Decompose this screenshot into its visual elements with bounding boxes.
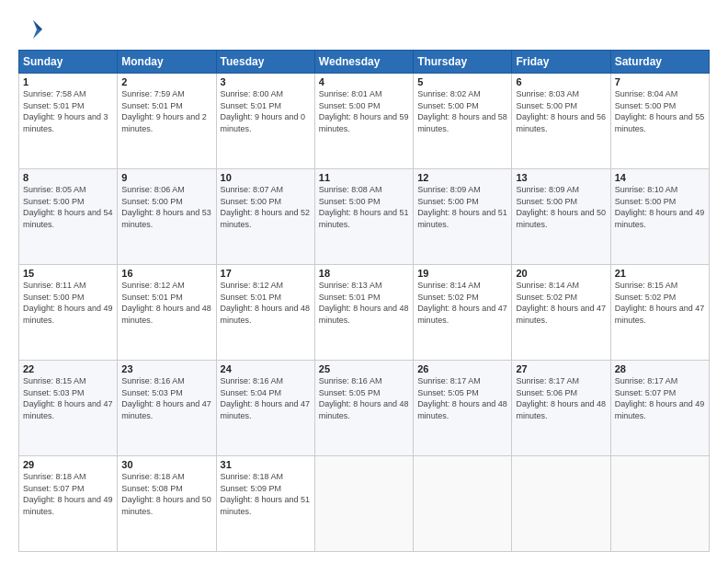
day-number: 29 xyxy=(23,459,113,470)
calendar-cell: 26 Sunrise: 8:17 AM Sunset: 5:05 PM Dayl… xyxy=(414,361,512,456)
day-info: Sunrise: 8:10 AM Sunset: 5:00 PM Dayligh… xyxy=(615,184,705,230)
day-info: Sunrise: 8:15 AM Sunset: 5:03 PM Dayligh… xyxy=(23,375,113,421)
day-info: Sunrise: 8:18 AM Sunset: 5:07 PM Dayligh… xyxy=(23,471,113,517)
day-info: Sunrise: 8:09 AM Sunset: 5:00 PM Dayligh… xyxy=(417,184,507,230)
calendar-cell: 29 Sunrise: 8:18 AM Sunset: 5:07 PM Dayl… xyxy=(19,456,118,552)
calendar-header-thursday: Thursday xyxy=(414,51,512,74)
calendar-cell: 12 Sunrise: 8:09 AM Sunset: 5:00 PM Dayl… xyxy=(414,169,512,265)
calendar-cell: 28 Sunrise: 8:17 AM Sunset: 5:07 PM Dayl… xyxy=(610,361,709,456)
calendar-cell: 17 Sunrise: 8:12 AM Sunset: 5:01 PM Dayl… xyxy=(216,265,314,361)
day-number: 1 xyxy=(23,76,113,87)
calendar-cell: 30 Sunrise: 8:18 AM Sunset: 5:08 PM Dayl… xyxy=(118,456,216,552)
calendar-cell: 2 Sunrise: 7:59 AM Sunset: 5:01 PM Dayli… xyxy=(118,74,216,169)
day-number: 7 xyxy=(615,76,705,87)
calendar-cell: 31 Sunrise: 8:18 AM Sunset: 5:09 PM Dayl… xyxy=(216,456,314,552)
day-number: 26 xyxy=(417,363,507,374)
day-number: 5 xyxy=(417,76,507,87)
day-number: 16 xyxy=(121,268,211,279)
day-info: Sunrise: 8:14 AM Sunset: 5:02 PM Dayligh… xyxy=(417,280,507,326)
day-info: Sunrise: 8:15 AM Sunset: 5:02 PM Dayligh… xyxy=(615,280,705,326)
header xyxy=(18,17,710,42)
calendar-cell: 22 Sunrise: 8:15 AM Sunset: 5:03 PM Dayl… xyxy=(19,361,118,456)
day-number: 28 xyxy=(615,363,705,374)
calendar-cell: 20 Sunrise: 8:14 AM Sunset: 5:02 PM Dayl… xyxy=(512,265,610,361)
calendar-header-sunday: Sunday xyxy=(19,51,118,74)
calendar-week-5: 29 Sunrise: 8:18 AM Sunset: 5:07 PM Dayl… xyxy=(19,456,710,552)
day-number: 15 xyxy=(23,268,113,279)
day-number: 19 xyxy=(417,268,507,279)
calendar-cell: 1 Sunrise: 7:58 AM Sunset: 5:01 PM Dayli… xyxy=(19,74,118,169)
day-info: Sunrise: 8:12 AM Sunset: 5:01 PM Dayligh… xyxy=(221,280,311,326)
day-number: 13 xyxy=(516,172,606,183)
calendar-header-wednesday: Wednesday xyxy=(314,51,413,74)
day-info: Sunrise: 8:18 AM Sunset: 5:08 PM Dayligh… xyxy=(121,471,211,517)
day-number: 2 xyxy=(121,76,211,87)
calendar-cell: 15 Sunrise: 8:11 AM Sunset: 5:00 PM Dayl… xyxy=(19,265,118,361)
day-info: Sunrise: 8:06 AM Sunset: 5:00 PM Dayligh… xyxy=(121,184,211,230)
day-info: Sunrise: 8:04 AM Sunset: 5:00 PM Dayligh… xyxy=(615,88,705,134)
day-number: 18 xyxy=(319,268,409,279)
calendar-cell: 21 Sunrise: 8:15 AM Sunset: 5:02 PM Dayl… xyxy=(610,265,709,361)
day-info: Sunrise: 8:13 AM Sunset: 5:01 PM Dayligh… xyxy=(319,280,409,326)
calendar-cell: 8 Sunrise: 8:05 AM Sunset: 5:00 PM Dayli… xyxy=(19,169,118,265)
calendar-header-friday: Friday xyxy=(512,51,610,74)
calendar-cell xyxy=(610,456,709,552)
day-number: 31 xyxy=(221,459,311,470)
logo-icon xyxy=(18,17,44,42)
calendar-cell: 23 Sunrise: 8:16 AM Sunset: 5:03 PM Dayl… xyxy=(118,361,216,456)
day-info: Sunrise: 8:07 AM Sunset: 5:00 PM Dayligh… xyxy=(221,184,311,230)
day-info: Sunrise: 8:02 AM Sunset: 5:00 PM Dayligh… xyxy=(417,88,507,134)
day-number: 8 xyxy=(23,172,113,183)
calendar-cell: 25 Sunrise: 8:16 AM Sunset: 5:05 PM Dayl… xyxy=(314,361,413,456)
calendar-cell: 6 Sunrise: 8:03 AM Sunset: 5:00 PM Dayli… xyxy=(512,74,610,169)
day-info: Sunrise: 8:00 AM Sunset: 5:01 PM Dayligh… xyxy=(221,88,311,134)
day-info: Sunrise: 8:12 AM Sunset: 5:01 PM Dayligh… xyxy=(121,280,211,326)
day-info: Sunrise: 7:59 AM Sunset: 5:01 PM Dayligh… xyxy=(121,88,211,134)
calendar-cell: 4 Sunrise: 8:01 AM Sunset: 5:00 PM Dayli… xyxy=(314,74,413,169)
calendar-cell xyxy=(414,456,512,552)
calendar-cell: 24 Sunrise: 8:16 AM Sunset: 5:04 PM Dayl… xyxy=(216,361,314,456)
day-info: Sunrise: 8:11 AM Sunset: 5:00 PM Dayligh… xyxy=(23,280,113,326)
day-info: Sunrise: 8:14 AM Sunset: 5:02 PM Dayligh… xyxy=(516,280,606,326)
calendar-cell: 11 Sunrise: 8:08 AM Sunset: 5:00 PM Dayl… xyxy=(314,169,413,265)
day-number: 22 xyxy=(23,363,113,374)
day-number: 14 xyxy=(615,172,705,183)
day-number: 27 xyxy=(516,363,606,374)
calendar-cell: 5 Sunrise: 8:02 AM Sunset: 5:00 PM Dayli… xyxy=(414,74,512,169)
calendar-week-3: 15 Sunrise: 8:11 AM Sunset: 5:00 PM Dayl… xyxy=(19,265,710,361)
calendar-header-saturday: Saturday xyxy=(610,51,709,74)
day-info: Sunrise: 8:16 AM Sunset: 5:05 PM Dayligh… xyxy=(319,375,409,421)
day-info: Sunrise: 8:03 AM Sunset: 5:00 PM Dayligh… xyxy=(516,88,606,134)
day-info: Sunrise: 8:16 AM Sunset: 5:03 PM Dayligh… xyxy=(121,375,211,421)
calendar-week-4: 22 Sunrise: 8:15 AM Sunset: 5:03 PM Dayl… xyxy=(19,361,710,456)
day-number: 4 xyxy=(319,76,409,87)
calendar-week-1: 1 Sunrise: 7:58 AM Sunset: 5:01 PM Dayli… xyxy=(19,74,710,169)
day-number: 23 xyxy=(121,363,211,374)
day-number: 21 xyxy=(615,268,705,279)
day-number: 24 xyxy=(221,363,311,374)
day-number: 17 xyxy=(221,268,311,279)
day-info: Sunrise: 8:16 AM Sunset: 5:04 PM Dayligh… xyxy=(221,375,311,421)
calendar-cell: 18 Sunrise: 8:13 AM Sunset: 5:01 PM Dayl… xyxy=(314,265,413,361)
calendar-header-monday: Monday xyxy=(118,51,216,74)
day-info: Sunrise: 8:01 AM Sunset: 5:00 PM Dayligh… xyxy=(319,88,409,134)
day-number: 3 xyxy=(221,76,311,87)
day-number: 30 xyxy=(121,459,211,470)
day-number: 12 xyxy=(417,172,507,183)
page: SundayMondayTuesdayWednesdayThursdayFrid… xyxy=(0,0,728,563)
day-info: Sunrise: 8:18 AM Sunset: 5:09 PM Dayligh… xyxy=(221,471,311,517)
calendar-cell: 16 Sunrise: 8:12 AM Sunset: 5:01 PM Dayl… xyxy=(118,265,216,361)
calendar-cell xyxy=(314,456,413,552)
calendar-cell: 19 Sunrise: 8:14 AM Sunset: 5:02 PM Dayl… xyxy=(414,265,512,361)
calendar-cell xyxy=(512,456,610,552)
day-number: 25 xyxy=(319,363,409,374)
day-info: Sunrise: 8:08 AM Sunset: 5:00 PM Dayligh… xyxy=(319,184,409,230)
calendar-header-row: SundayMondayTuesdayWednesdayThursdayFrid… xyxy=(19,51,710,74)
day-info: Sunrise: 8:05 AM Sunset: 5:00 PM Dayligh… xyxy=(23,184,113,230)
day-number: 6 xyxy=(516,76,606,87)
day-info: Sunrise: 8:17 AM Sunset: 5:06 PM Dayligh… xyxy=(516,375,606,421)
day-info: Sunrise: 8:17 AM Sunset: 5:07 PM Dayligh… xyxy=(615,375,705,421)
calendar-week-2: 8 Sunrise: 8:05 AM Sunset: 5:00 PM Dayli… xyxy=(19,169,710,265)
calendar-cell: 9 Sunrise: 8:06 AM Sunset: 5:00 PM Dayli… xyxy=(118,169,216,265)
day-number: 20 xyxy=(516,268,606,279)
